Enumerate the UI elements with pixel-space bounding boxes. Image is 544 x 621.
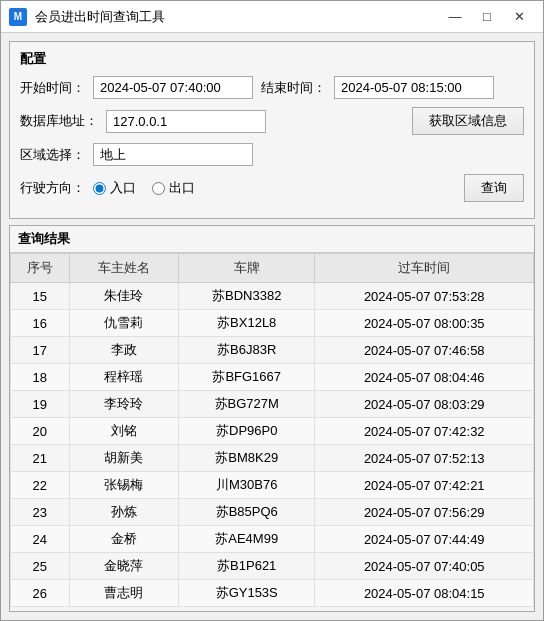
- time-row: 开始时间： 结束时间：: [20, 76, 524, 99]
- direction-radio-group: 入口 出口: [93, 179, 195, 197]
- direction-in-radio[interactable]: [93, 182, 106, 195]
- col-header-seq: 序号: [11, 254, 70, 283]
- col-header-name: 车主姓名: [69, 254, 178, 283]
- cell-seq: 23: [11, 499, 70, 526]
- table-row[interactable]: 19 李玲玲 苏BG727M 2024-05-07 08:03:29: [11, 391, 534, 418]
- cell-name: 胡新美: [69, 445, 178, 472]
- cell-plate: 苏B6J83R: [178, 337, 315, 364]
- region-input[interactable]: [93, 143, 253, 166]
- cell-seq: 19: [11, 391, 70, 418]
- cell-time: 2024-05-07 08:03:29: [315, 391, 534, 418]
- direction-out-label: 出口: [169, 179, 195, 197]
- table-row[interactable]: 16 仇雪莉 苏BX12L8 2024-05-07 08:00:35: [11, 310, 534, 337]
- cell-seq: 18: [11, 364, 70, 391]
- table-row[interactable]: 22 张锡梅 川M30B76 2024-05-07 07:42:21: [11, 472, 534, 499]
- cell-seq: 20: [11, 418, 70, 445]
- table-row[interactable]: 23 孙炼 苏B85PQ6 2024-05-07 07:56:29: [11, 499, 534, 526]
- cell-name: 李政: [69, 337, 178, 364]
- db-label: 数据库地址：: [20, 112, 98, 130]
- title-bar: M 会员进出时间查询工具 — □ ✕: [1, 1, 543, 33]
- cell-name: 曹志明: [69, 580, 178, 607]
- cell-name: 张锡梅: [69, 472, 178, 499]
- config-title: 配置: [20, 50, 524, 68]
- results-section: 查询结果 序号 车主姓名 车牌 过车时间 15 朱佳玲 苏BDN3382 202…: [9, 225, 535, 612]
- table-body: 15 朱佳玲 苏BDN3382 2024-05-07 07:53:28 16 仇…: [11, 283, 534, 607]
- table-row[interactable]: 17 李政 苏B6J83R 2024-05-07 07:46:58: [11, 337, 534, 364]
- main-content: 配置 开始时间： 结束时间： 数据库地址： 获取区域信息 区域选择：: [1, 33, 543, 620]
- cell-time: 2024-05-07 07:46:58: [315, 337, 534, 364]
- window-title: 会员进出时间查询工具: [35, 8, 439, 26]
- cell-name: 程梓瑶: [69, 364, 178, 391]
- direction-out-radio[interactable]: [152, 182, 165, 195]
- cell-plate: 苏GY153S: [178, 580, 315, 607]
- cell-name: 刘铭: [69, 418, 178, 445]
- cell-plate: 苏BG727M: [178, 391, 315, 418]
- cell-plate: 苏B85PQ6: [178, 499, 315, 526]
- db-input[interactable]: [106, 110, 266, 133]
- minimize-button[interactable]: —: [439, 3, 471, 31]
- cell-name: 朱佳玲: [69, 283, 178, 310]
- cell-time: 2024-05-07 07:42:32: [315, 418, 534, 445]
- cell-time: 2024-05-07 08:04:46: [315, 364, 534, 391]
- table-header: 序号 车主姓名 车牌 过车时间: [11, 254, 534, 283]
- cell-time: 2024-05-07 07:42:21: [315, 472, 534, 499]
- cell-plate: 苏B1P621: [178, 553, 315, 580]
- results-table-container[interactable]: 序号 车主姓名 车牌 过车时间 15 朱佳玲 苏BDN3382 2024-05-…: [10, 253, 534, 611]
- end-time-label: 结束时间：: [261, 79, 326, 97]
- cell-seq: 26: [11, 580, 70, 607]
- cell-seq: 21: [11, 445, 70, 472]
- direction-in-option[interactable]: 入口: [93, 179, 136, 197]
- table-row[interactable]: 24 金桥 苏AE4M99 2024-05-07 07:44:49: [11, 526, 534, 553]
- cell-name: 金晓萍: [69, 553, 178, 580]
- cell-plate: 川M30B76: [178, 472, 315, 499]
- get-region-button[interactable]: 获取区域信息: [412, 107, 524, 135]
- col-header-plate: 车牌: [178, 254, 315, 283]
- cell-time: 2024-05-07 07:56:29: [315, 499, 534, 526]
- results-title: 查询结果: [10, 226, 534, 253]
- cell-time: 2024-05-07 07:40:05: [315, 553, 534, 580]
- cell-time: 2024-05-07 07:44:49: [315, 526, 534, 553]
- direction-row: 行驶方向： 入口 出口 查询: [20, 174, 524, 202]
- cell-plate: 苏BM8K29: [178, 445, 315, 472]
- cell-plate: 苏BDN3382: [178, 283, 315, 310]
- cell-time: 2024-05-07 07:52:13: [315, 445, 534, 472]
- cell-seq: 22: [11, 472, 70, 499]
- region-label: 区域选择：: [20, 146, 85, 164]
- cell-name: 李玲玲: [69, 391, 178, 418]
- cell-seq: 17: [11, 337, 70, 364]
- cell-name: 金桥: [69, 526, 178, 553]
- cell-plate: 苏BX12L8: [178, 310, 315, 337]
- table-row[interactable]: 20 刘铭 苏DP96P0 2024-05-07 07:42:32: [11, 418, 534, 445]
- cell-time: 2024-05-07 08:04:15: [315, 580, 534, 607]
- window-controls: — □ ✕: [439, 3, 535, 31]
- app-icon: M: [9, 8, 27, 26]
- cell-seq: 15: [11, 283, 70, 310]
- direction-label: 行驶方向：: [20, 179, 85, 197]
- cell-plate: 苏DP96P0: [178, 418, 315, 445]
- query-button[interactable]: 查询: [464, 174, 524, 202]
- start-time-label: 开始时间：: [20, 79, 85, 97]
- cell-plate: 苏AE4M99: [178, 526, 315, 553]
- table-row[interactable]: 15 朱佳玲 苏BDN3382 2024-05-07 07:53:28: [11, 283, 534, 310]
- table-row[interactable]: 21 胡新美 苏BM8K29 2024-05-07 07:52:13: [11, 445, 534, 472]
- table-row[interactable]: 26 曹志明 苏GY153S 2024-05-07 08:04:15: [11, 580, 534, 607]
- close-button[interactable]: ✕: [503, 3, 535, 31]
- cell-name: 孙炼: [69, 499, 178, 526]
- table-row[interactable]: 25 金晓萍 苏B1P621 2024-05-07 07:40:05: [11, 553, 534, 580]
- col-header-time: 过车时间: [315, 254, 534, 283]
- results-table: 序号 车主姓名 车牌 过车时间 15 朱佳玲 苏BDN3382 2024-05-…: [10, 253, 534, 607]
- main-window: M 会员进出时间查询工具 — □ ✕ 配置 开始时间： 结束时间： 数据库地址：: [0, 0, 544, 621]
- cell-name: 仇雪莉: [69, 310, 178, 337]
- cell-time: 2024-05-07 08:00:35: [315, 310, 534, 337]
- cell-seq: 25: [11, 553, 70, 580]
- end-time-input[interactable]: [334, 76, 494, 99]
- table-row[interactable]: 18 程梓瑶 苏BFG1667 2024-05-07 08:04:46: [11, 364, 534, 391]
- cell-time: 2024-05-07 07:53:28: [315, 283, 534, 310]
- cell-seq: 16: [11, 310, 70, 337]
- cell-seq: 24: [11, 526, 70, 553]
- start-time-input[interactable]: [93, 76, 253, 99]
- direction-out-option[interactable]: 出口: [152, 179, 195, 197]
- config-section: 配置 开始时间： 结束时间： 数据库地址： 获取区域信息 区域选择：: [9, 41, 535, 219]
- maximize-button[interactable]: □: [471, 3, 503, 31]
- region-row: 区域选择：: [20, 143, 524, 166]
